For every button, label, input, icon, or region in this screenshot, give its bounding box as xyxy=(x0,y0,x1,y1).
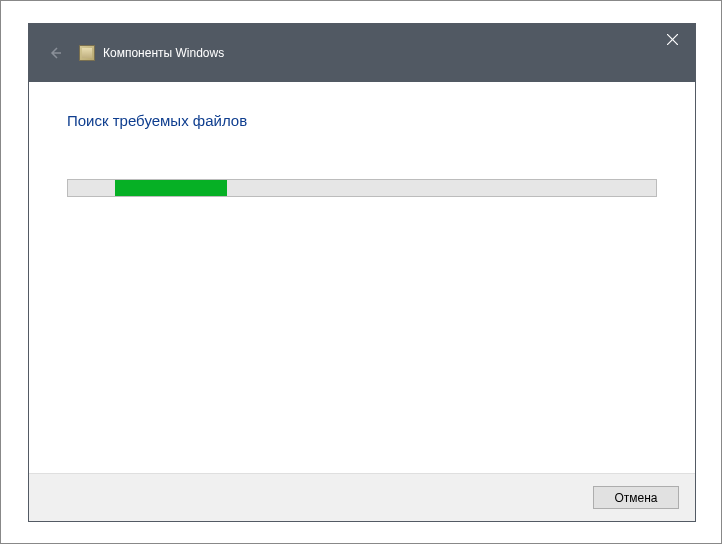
back-arrow-icon xyxy=(47,45,63,61)
progress-bar xyxy=(67,179,657,197)
back-button[interactable] xyxy=(41,39,69,67)
close-button[interactable] xyxy=(650,24,695,54)
status-heading: Поиск требуемых файлов xyxy=(67,112,657,129)
windows-features-icon xyxy=(79,45,95,61)
screenshot-frame: Компоненты Windows Поиск требуемых файло… xyxy=(0,0,722,544)
window-title: Компоненты Windows xyxy=(103,46,224,60)
titlebar: Компоненты Windows xyxy=(29,24,695,82)
close-icon xyxy=(667,34,678,45)
cancel-button[interactable]: Отмена xyxy=(593,486,679,509)
progress-fill xyxy=(115,180,227,196)
dialog-footer: Отмена xyxy=(29,473,695,521)
dialog-window: Компоненты Windows Поиск требуемых файло… xyxy=(28,23,696,522)
content-area: Поиск требуемых файлов xyxy=(29,82,695,473)
